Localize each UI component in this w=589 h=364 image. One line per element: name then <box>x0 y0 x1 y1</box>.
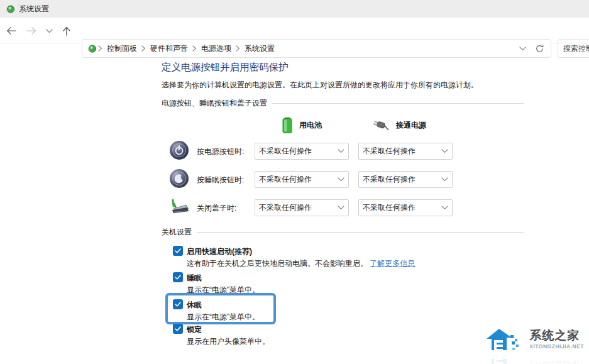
section-power-buttons: 电源按钮、睡眠按钮和盖子设置 <box>162 98 524 109</box>
section-shutdown-label: 关机设置 <box>162 227 192 238</box>
xitongzhijia-house-icon <box>485 324 524 355</box>
ac-plug-icon <box>372 119 391 131</box>
breadcrumb-chevron-icon <box>192 45 197 52</box>
sleep-button-icon <box>168 168 190 189</box>
forward-arrow-icon <box>27 28 35 35</box>
dropdown-power-button-plugged-in[interactable]: 不采取任何操作 <box>358 143 453 160</box>
chevron-down-icon <box>441 177 448 182</box>
recent-locations-button[interactable] <box>41 23 57 38</box>
chevron-down-icon <box>520 47 526 50</box>
checkbox-fast-startup[interactable] <box>173 246 183 256</box>
power-button-icon <box>168 140 190 161</box>
dropdown-sleep-button-on-battery[interactable]: 不采取任何操作 <box>255 171 349 188</box>
page-subtitle: 选择要为你的计算机设置的电源设置。在此页上对设置所做的更改将应用于你所有的电源计… <box>162 80 478 91</box>
breadcrumb-system-settings[interactable]: 系统设置 <box>240 43 279 54</box>
refresh-icon <box>535 44 544 53</box>
watermark-name: 系统之家 <box>529 329 584 343</box>
location-power-icon <box>87 44 97 53</box>
section-divider <box>197 232 524 233</box>
dropdown-power-button-on-battery[interactable]: 不采取任何操作 <box>255 143 349 160</box>
address-bar[interactable]: 控制面板 硬件和声音 电源选项 系统设置 <box>82 39 551 58</box>
section-shutdown: 关机设置 <box>162 227 524 238</box>
checkbox-hibernate-desc: 显示在“电源”菜单中。 <box>187 312 260 323</box>
watermark-domain: XITONGZHIJIA.NET <box>529 344 584 350</box>
column-on-battery: 用电池 <box>280 116 322 135</box>
checkmark-icon <box>175 275 181 280</box>
refresh-button[interactable] <box>535 44 544 53</box>
row-power-button-label: 按电源按钮时: <box>197 146 244 157</box>
chevron-down-icon <box>441 149 448 153</box>
checkbox-sleep[interactable] <box>173 272 183 282</box>
fast-startup-desc-text: 这有助于在关机之后更快地启动电脑。不会影响重启。 <box>187 259 368 268</box>
battery-icon <box>280 116 294 135</box>
checkmark-icon <box>175 248 181 253</box>
breadcrumb-chevron-icon <box>141 45 146 52</box>
dropdown-close-lid-plugged-in[interactable]: 不采取任何操作 <box>358 199 453 216</box>
checkbox-sleep-label: 睡眠 <box>187 273 202 284</box>
learn-more-link[interactable]: 了解更多信息 <box>370 259 415 268</box>
column-on-battery-label: 用电池 <box>299 120 322 131</box>
row-close-lid-label: 关闭盖子时: <box>197 203 236 214</box>
checkbox-lock-label: 锁定 <box>187 324 202 335</box>
chevron-down-icon <box>47 30 52 33</box>
back-arrow-icon <box>8 28 16 35</box>
breadcrumb-control-panel[interactable]: 控制面板 <box>102 43 141 54</box>
chevron-down-icon <box>338 149 344 153</box>
checkbox-lock-desc: 显示在用户头像菜单中。 <box>187 336 270 347</box>
navigation-toolbar: 控制面板 硬件和声音 电源选项 系统设置 <box>0 18 589 43</box>
address-dropdown-button[interactable] <box>519 47 526 51</box>
checkbox-lock[interactable] <box>173 324 183 334</box>
breadcrumb-chevron-icon <box>98 45 102 52</box>
checkmark-icon <box>175 302 181 307</box>
tab-system-settings[interactable]: 系统设置 <box>0 0 132 18</box>
column-plugged-in: 接通电源 <box>372 119 426 131</box>
chevron-down-icon <box>338 206 344 210</box>
row-sleep-button-label: 按睡眠按钮时: <box>197 175 244 185</box>
checkbox-hibernate-label: 休眠 <box>187 300 202 311</box>
close-lid-icon <box>167 196 189 218</box>
section-divider <box>272 103 524 104</box>
page-title: 定义电源按钮并启用密码保护 <box>162 61 289 74</box>
back-button[interactable] <box>4 23 19 38</box>
forward-button[interactable] <box>24 23 39 38</box>
checkbox-fast-startup-desc: 这有助于在关机之后更快地启动电脑。不会影响重启。 了解更多信息 <box>187 258 415 269</box>
checkbox-fast-startup-label: 启用快速启动(推荐) <box>187 246 252 257</box>
dropdown-close-lid-on-battery[interactable]: 不采取任何操作 <box>255 199 349 216</box>
up-arrow-icon <box>63 27 70 35</box>
watermark-logo: 系统之家 XITONGZHIJIA.NET <box>485 324 584 355</box>
column-plugged-in-label: 接通电源 <box>396 120 426 131</box>
section-power-buttons-label: 电源按钮、睡眠按钮和盖子设置 <box>162 98 267 109</box>
breadcrumb-power-options[interactable]: 电源选项 <box>197 43 236 54</box>
chevron-down-icon <box>338 177 344 182</box>
search-placeholder-text: 搜索控制面板 <box>563 43 589 54</box>
up-button[interactable] <box>59 23 74 38</box>
search-input[interactable]: 搜索控制面板 <box>558 39 589 58</box>
breadcrumb-hardware-sound[interactable]: 硬件和声音 <box>146 43 192 54</box>
tab-title: 系统设置 <box>19 4 49 14</box>
power-plug-icon <box>6 4 15 14</box>
dropdown-sleep-button-plugged-in[interactable]: 不采取任何操作 <box>358 171 453 188</box>
chevron-down-icon <box>441 206 448 210</box>
window: 系统设置 控制面板 硬件 <box>0 0 589 364</box>
breadcrumb-chevron-icon <box>236 45 240 52</box>
checkbox-hibernate[interactable] <box>173 299 183 309</box>
watermark-reflection: 系统之家 XITONGZHIJIA.NET <box>485 354 584 364</box>
checkmark-icon <box>175 326 181 331</box>
tab-bar: 系统设置 <box>0 0 589 18</box>
